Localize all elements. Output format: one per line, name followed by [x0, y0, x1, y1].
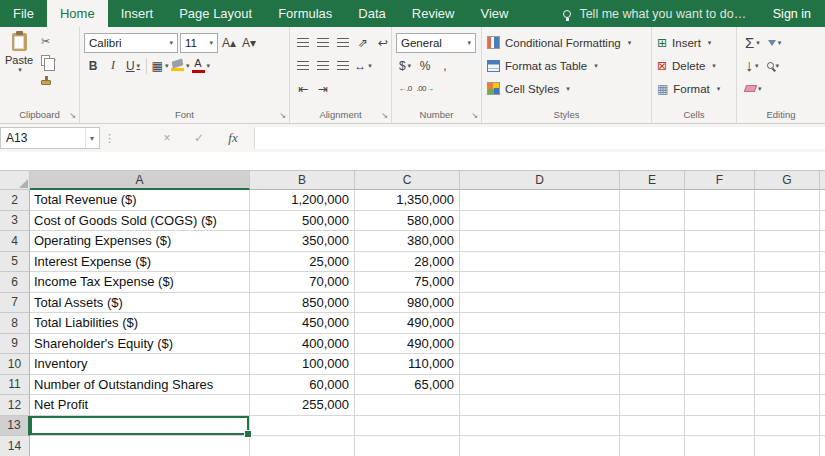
column-header-C[interactable]: C [355, 170, 460, 190]
column-header-D[interactable]: D [460, 170, 620, 190]
cell-E6[interactable] [620, 272, 685, 293]
cell-C2[interactable]: 1,350,000 [355, 190, 460, 211]
cell-G11[interactable] [755, 375, 820, 396]
row-header-13[interactable]: 13 [0, 416, 30, 437]
cell-A11[interactable]: Number of Outstanding Shares [30, 375, 250, 396]
format-painter-button[interactable] [41, 72, 56, 87]
row-header-7[interactable]: 7 [0, 293, 30, 314]
row-header-11[interactable]: 11 [0, 375, 30, 396]
dialog-launcher-icon[interactable]: ↘ [471, 112, 478, 120]
cell-D3[interactable] [460, 211, 620, 232]
row-header-5[interactable]: 5 [0, 252, 30, 273]
cell-B12[interactable]: 255,000 [250, 395, 355, 416]
tab-home[interactable]: Home [47, 0, 108, 27]
column-header-A[interactable]: A [30, 170, 250, 190]
find-select-button[interactable]: ▾ [767, 62, 780, 69]
cell-G8[interactable] [755, 313, 820, 334]
cell-F2[interactable] [685, 190, 755, 211]
cell-C8[interactable]: 490,000 [355, 313, 460, 334]
row-header-8[interactable]: 8 [0, 313, 30, 334]
cell-E12[interactable] [620, 395, 685, 416]
percent-format-button[interactable]: % [416, 56, 434, 76]
dialog-launcher-icon[interactable]: ↘ [279, 112, 286, 120]
cell-G2[interactable] [755, 190, 820, 211]
format-as-table-button[interactable]: Format as Table ▾ [482, 55, 651, 76]
column-header-G[interactable]: G [755, 170, 820, 190]
row-header-10[interactable]: 10 [0, 354, 30, 375]
cell-D6[interactable] [460, 272, 620, 293]
cell-C12[interactable] [355, 395, 460, 416]
cell-D4[interactable] [460, 231, 620, 252]
fill-button[interactable]: ↓▾ [745, 57, 759, 75]
conditional-formatting-button[interactable]: Conditional Formatting ▾ [482, 32, 651, 53]
increase-decimal-button[interactable]: ←.0 [396, 79, 414, 99]
format-cells-button[interactable]: ▦ Format ▾ [652, 78, 736, 99]
cell-B9[interactable]: 400,000 [250, 334, 355, 355]
paste-button[interactable]: Paste ▾ [0, 30, 38, 106]
tab-file[interactable]: File [0, 0, 47, 27]
cell-C14[interactable] [355, 436, 460, 456]
cell-F8[interactable] [685, 313, 755, 334]
number-format-select[interactable]: General▾ [396, 33, 476, 53]
cell-E14[interactable] [620, 436, 685, 456]
cell-D5[interactable] [460, 252, 620, 273]
cell-B13[interactable] [250, 416, 355, 437]
font-name-select[interactable]: Calibri▾ [84, 33, 178, 53]
tab-view[interactable]: View [467, 0, 521, 27]
copy-button[interactable]: ▾ [41, 53, 56, 68]
cell-A6[interactable]: Income Tax Expense ($) [30, 272, 250, 293]
align-bottom-button[interactable] [334, 33, 352, 53]
cell-D11[interactable] [460, 375, 620, 396]
fill-color-button[interactable]: ▾ [171, 56, 190, 76]
row-header-2[interactable]: 2 [0, 190, 30, 211]
cell-F11[interactable] [685, 375, 755, 396]
cell-A4[interactable]: Operating Expenses ($) [30, 231, 250, 252]
cell-F7[interactable] [685, 293, 755, 314]
cell-B5[interactable]: 25,000 [250, 252, 355, 273]
tab-review[interactable]: Review [399, 0, 468, 27]
align-center-button[interactable] [314, 56, 332, 76]
cell-D14[interactable] [460, 436, 620, 456]
increase-indent-button[interactable]: ⇥ [314, 79, 332, 99]
align-top-button[interactable] [294, 33, 312, 53]
delete-cells-button[interactable]: ⊠ Delete ▾ [652, 55, 736, 76]
row-header-9[interactable]: 9 [0, 334, 30, 355]
orientation-button[interactable]: ⇗ [354, 33, 372, 53]
cell-G5[interactable] [755, 252, 820, 273]
cell-A3[interactable]: Cost of Goods Sold (COGS) ($) [30, 211, 250, 232]
cell-A10[interactable]: Inventory [30, 354, 250, 375]
comma-format-button[interactable]: , [436, 56, 454, 76]
wrap-text-button[interactable]: ↩ [374, 33, 392, 53]
enter-button[interactable]: ✓ [188, 127, 210, 149]
cell-B14[interactable] [250, 436, 355, 456]
cell-E11[interactable] [620, 375, 685, 396]
cell-A14[interactable] [30, 436, 250, 456]
decrease-indent-button[interactable]: ⇤ [294, 79, 312, 99]
cell-B11[interactable]: 60,000 [250, 375, 355, 396]
select-all-corner[interactable] [0, 170, 30, 190]
row-header-12[interactable]: 12 [0, 395, 30, 416]
cell-F10[interactable] [685, 354, 755, 375]
tell-me-search[interactable]: Tell me what you want to do… [563, 0, 746, 27]
insert-cells-button[interactable]: ⊞ Insert ▾ [652, 32, 736, 53]
cell-D7[interactable] [460, 293, 620, 314]
align-right-button[interactable] [334, 56, 352, 76]
cell-C9[interactable]: 490,000 [355, 334, 460, 355]
cell-E4[interactable] [620, 231, 685, 252]
name-box[interactable]: A13 ▾ [0, 127, 100, 149]
align-left-button[interactable] [294, 56, 312, 76]
cell-G3[interactable] [755, 211, 820, 232]
cell-E10[interactable] [620, 354, 685, 375]
column-header-B[interactable]: B [250, 170, 355, 190]
cell-G9[interactable] [755, 334, 820, 355]
cell-C7[interactable]: 980,000 [355, 293, 460, 314]
font-size-select[interactable]: 11▾ [180, 33, 218, 53]
cell-G4[interactable] [755, 231, 820, 252]
grow-font-button[interactable]: A▴ [220, 33, 238, 53]
cell-E5[interactable] [620, 252, 685, 273]
cell-E9[interactable] [620, 334, 685, 355]
cell-C11[interactable]: 65,000 [355, 375, 460, 396]
cell-C6[interactable]: 75,000 [355, 272, 460, 293]
cell-C3[interactable]: 580,000 [355, 211, 460, 232]
cell-F5[interactable] [685, 252, 755, 273]
